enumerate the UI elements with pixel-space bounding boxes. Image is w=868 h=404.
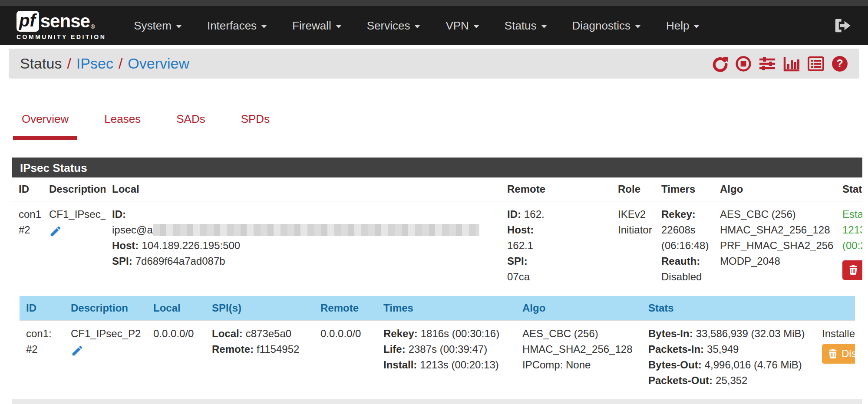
chevron-down-icon (635, 25, 641, 28)
edit-pencil-icon[interactable] (49, 225, 99, 238)
col-local: Local (106, 177, 501, 201)
col-actions (815, 296, 855, 321)
algo-cell: AES_CBC (256) HMAC_SHA2_256_128 PRF_HMAC… (713, 201, 836, 290)
nav-vpn[interactable]: VPN (446, 19, 479, 33)
chevron-down-icon (336, 25, 342, 28)
redacted-block (153, 224, 479, 236)
tab-leases[interactable]: Leases (96, 112, 149, 140)
logo-sense-text: sense (40, 11, 90, 32)
nav-interfaces[interactable]: Interfaces (207, 19, 267, 33)
breadcrumb-toolbar: ? (712, 56, 848, 72)
timers-cell: Rekey: 22608s (06:16:48) Reauth: Disable… (655, 201, 713, 290)
nav-menu: System Interfaces Firewall Services VPN … (134, 19, 700, 33)
state-cell: Installed Disconnect (815, 321, 855, 394)
main-navbar: pf sense ® COMMUNITY EDITION System Inte… (0, 6, 868, 45)
algo-cell: AES_CBC (256) HMAC_SHA2_256_128 IPComp: … (516, 321, 642, 394)
panel-title: IPsec Status (12, 158, 862, 177)
nav-system[interactable]: System (134, 19, 182, 33)
col-status: Status (836, 177, 862, 201)
breadcrumb-separator: / (119, 55, 122, 72)
disconnect-button[interactable]: Disconnect (822, 344, 855, 364)
bar-chart-icon[interactable] (783, 56, 800, 72)
ipsec-status-panel: IPsec Status ID Description Local Remote… (12, 158, 862, 404)
col-times: Times (377, 296, 516, 321)
col-remote: Remote (501, 177, 611, 201)
help-icon[interactable]: ? (832, 56, 848, 72)
chevron-down-icon (473, 25, 479, 28)
edit-pencil-icon[interactable] (71, 344, 140, 357)
nav-firewall[interactable]: Firewall (292, 19, 342, 33)
status-badge: Established (842, 207, 856, 222)
col-remote: Remote (314, 296, 377, 321)
nav-help[interactable]: Help (666, 19, 700, 33)
pfsense-logo[interactable]: pf sense ® COMMUNITY EDITION (17, 11, 106, 40)
breadcrumb-ipsec-link[interactable]: IPsec (76, 55, 113, 72)
p2-entries-table: ID Description Local SPI(s) Remote Times… (20, 296, 855, 394)
local-cell: 0.0.0.0/0 (147, 321, 205, 394)
status-badge: Installed (822, 326, 848, 342)
breadcrumb-status: Status (20, 55, 62, 72)
breadcrumb-overview-link[interactable]: Overview (128, 55, 189, 72)
page-bottom-strip (12, 399, 862, 404)
tab-overview[interactable]: Overview (13, 112, 77, 140)
disconnect-button[interactable]: Disconnect (842, 260, 862, 280)
sliders-icon[interactable] (759, 56, 776, 72)
log-list-icon[interactable] (807, 56, 825, 72)
sign-out-icon[interactable] (833, 16, 851, 35)
parent-header-row: ID Description Local Remote Role Timers … (12, 177, 862, 201)
col-id: ID (20, 296, 64, 321)
child-table-container: ID Description Local SPI(s) Remote Times… (12, 290, 862, 399)
chevron-down-icon (414, 25, 420, 28)
breadcrumb-separator: / (67, 55, 71, 72)
col-spis: SPI(s) (205, 296, 314, 321)
table-row: con1: #2 CF1_IPsec_P2 (20, 321, 855, 394)
child-header-row: ID Description Local SPI(s) Remote Times… (20, 296, 855, 321)
local-cell: ID: ipsec@a Host:104.189.226.195:500 SPI… (106, 201, 501, 290)
child-table-row: ID Description Local SPI(s) Remote Times… (12, 290, 862, 399)
stats-cell: Bytes-In:33,586,939 (32.03 MiB) Packets-… (642, 321, 815, 394)
table-row: con1 #2 CF1_IPsec_P1 ID: ipsec@a (12, 201, 862, 290)
trash-icon (828, 348, 838, 359)
tab-spds[interactable]: SPDs (232, 112, 278, 140)
col-algo: Algo (516, 296, 642, 321)
logo-edition-text: COMMUNITY EDITION (17, 33, 106, 40)
stop-icon[interactable] (735, 56, 752, 72)
description-cell: CF1_IPsec_P2 (64, 321, 147, 394)
description-cell: CF1_IPsec_P1 (43, 201, 106, 290)
logo-registered-mark: ® (91, 23, 95, 30)
col-local: Local (147, 296, 205, 321)
top-strip (0, 0, 868, 6)
nav-services[interactable]: Services (367, 19, 421, 33)
chevron-down-icon (176, 25, 182, 28)
remote-cell: ID:162. Host: 162.1 SPI: 07ca (501, 201, 611, 290)
remote-cell: 0.0.0.0/0 (314, 321, 377, 394)
breadcrumb: Status / IPsec / Overview (9, 49, 859, 79)
ipsec-status-table: ID Description Local Remote Role Timers … (12, 177, 862, 399)
svg-text:?: ? (836, 57, 843, 69)
col-id: ID (12, 177, 43, 201)
col-description: Description (43, 177, 106, 201)
col-stats: Stats (642, 296, 815, 321)
role-cell: IKEv2 Initiator (611, 201, 655, 290)
col-role: Role (611, 177, 655, 201)
logo-pf-box: pf (17, 11, 39, 32)
id-cell: con1: #2 (20, 321, 64, 394)
nav-diagnostics[interactable]: Diagnostics (572, 19, 641, 33)
chevron-down-icon (693, 25, 700, 28)
trash-icon (848, 265, 858, 275)
status-cell: Established 1213 seconds (00:20:13) Disc… (836, 201, 862, 290)
times-cell: Rekey:1816s (00:30:16) Life:2387s (00:39… (377, 321, 516, 394)
col-timers: Timers (655, 177, 713, 201)
subnav-tabs: Overview Leases SADs SPDs (13, 112, 868, 140)
tab-sads[interactable]: SADs (168, 112, 214, 140)
refresh-icon[interactable] (712, 56, 728, 72)
spis-cell: Local:c873e5a0 Remote:f1154952 (205, 321, 314, 394)
col-algo: Algo (713, 177, 836, 201)
id-cell: con1 #2 (12, 201, 43, 290)
chevron-down-icon (541, 25, 547, 28)
chevron-down-icon (261, 25, 267, 28)
col-description: Description (64, 296, 147, 321)
nav-status[interactable]: Status (505, 19, 547, 33)
